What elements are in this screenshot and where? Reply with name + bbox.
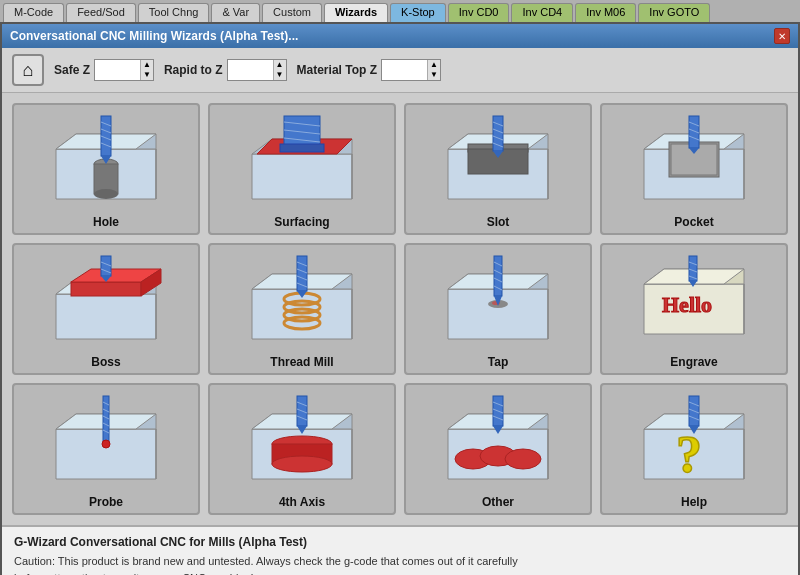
close-button[interactable]: ✕ — [774, 28, 790, 44]
tab-toolchng[interactable]: Tool Chng — [138, 3, 210, 22]
rapid-to-z-arrows: ▲ ▼ — [273, 60, 286, 80]
tile-other-image — [410, 391, 586, 491]
tile-boss[interactable]: Boss — [12, 243, 200, 375]
rapid-to-z-down[interactable]: ▼ — [274, 70, 286, 80]
tile-4th-axis[interactable]: 4th Axis — [208, 383, 396, 515]
tile-slot[interactable]: Slot — [404, 103, 592, 235]
bottom-caution: Caution: This product is brand new and u… — [14, 553, 786, 575]
svg-text:?: ? — [676, 426, 702, 483]
tile-tap-image — [410, 251, 586, 351]
tile-engrave[interactable]: Hello Engrave — [600, 243, 788, 375]
bottom-title: G-Wizard Conversational CNC for Mills (A… — [14, 535, 786, 549]
safe-z-arrows: ▲ ▼ — [140, 60, 153, 80]
tile-help-image: ? — [606, 391, 782, 491]
svg-marker-12 — [252, 154, 352, 199]
tile-pocket-label: Pocket — [674, 215, 713, 229]
toolbar: ⌂ Safe Z 1 ▲ ▼ Rapid to Z 0.2 ▲ — [2, 48, 798, 93]
safe-z-field[interactable]: 1 — [95, 60, 140, 80]
tile-pocket[interactable]: Pocket — [600, 103, 788, 235]
tap-svg — [438, 254, 558, 349]
svg-rect-58 — [297, 256, 307, 291]
tab-wizards[interactable]: Wizards — [324, 3, 388, 22]
tab-var[interactable]: & Var — [211, 3, 260, 22]
svg-rect-69 — [494, 256, 502, 296]
svg-rect-44 — [71, 282, 141, 296]
tab-kstop[interactable]: K-Stop — [390, 3, 446, 22]
bottom-area: G-Wizard Conversational CNC for Mills (A… — [2, 525, 798, 575]
safe-z-group: Safe Z 1 ▲ ▼ — [54, 59, 154, 81]
tile-tap-label: Tap — [488, 355, 508, 369]
svg-point-99 — [272, 456, 332, 472]
material-top-z-label: Material Top Z — [297, 63, 377, 77]
caution-text: Caution: This product is brand new and u… — [14, 555, 518, 575]
tile-slot-label: Slot — [487, 215, 510, 229]
material-top-z-down[interactable]: ▼ — [428, 70, 440, 80]
dialog-window: Conversational CNC Milling Wizards (Alph… — [0, 22, 800, 575]
wizard-grid: Hole — [2, 93, 798, 525]
material-top-z-arrows: ▲ ▼ — [427, 60, 440, 80]
material-top-z-field[interactable]: 0 — [382, 60, 427, 80]
svg-rect-16 — [280, 144, 324, 152]
tile-probe-image — [18, 391, 194, 491]
tab-custom[interactable]: Custom — [262, 3, 322, 22]
tile-other[interactable]: Other — [404, 383, 592, 515]
safe-z-up[interactable]: ▲ — [141, 60, 153, 70]
tile-surfacing-label: Surfacing — [274, 215, 329, 229]
tile-thread-mill-image — [214, 251, 390, 351]
dialog-titlebar: Conversational CNC Milling Wizards (Alph… — [2, 24, 798, 48]
rapid-to-z-group: Rapid to Z 0.2 ▲ ▼ — [164, 59, 287, 81]
svg-point-110 — [505, 449, 541, 469]
tile-help[interactable]: ? Help — [600, 383, 788, 515]
tab-invgoto[interactable]: Inv GOTO — [638, 3, 710, 22]
tile-hole[interactable]: Hole — [12, 103, 200, 235]
material-top-z-up[interactable]: ▲ — [428, 60, 440, 70]
svg-rect-6 — [101, 116, 111, 156]
content-wrapper: ⌂ Safe Z 1 ▲ ▼ Rapid to Z 0.2 ▲ — [2, 48, 798, 558]
tab-bar: M-Code Feed/Sod Tool Chng & Var Custom W… — [0, 0, 800, 22]
home-icon: ⌂ — [23, 60, 34, 81]
svg-marker-41 — [56, 294, 156, 339]
tile-surfacing[interactable]: Surfacing — [208, 103, 396, 235]
tab-invcd0[interactable]: Inv CD0 — [448, 3, 510, 22]
material-top-z-group: Material Top Z 0 ▲ ▼ — [297, 59, 441, 81]
rapid-to-z-input[interactable]: 0.2 ▲ ▼ — [227, 59, 287, 81]
svg-point-5 — [94, 189, 118, 199]
surfacing-svg — [242, 114, 362, 209]
tile-probe[interactable]: Probe — [12, 383, 200, 515]
safe-z-down[interactable]: ▼ — [141, 70, 153, 80]
tile-hole-image — [18, 111, 194, 211]
rapid-to-z-field[interactable]: 0.2 — [228, 60, 273, 80]
safe-z-input[interactable]: 1 ▲ ▼ — [94, 59, 154, 81]
svg-rect-47 — [101, 256, 111, 276]
rapid-to-z-up[interactable]: ▲ — [274, 60, 286, 70]
tile-boss-label: Boss — [91, 355, 120, 369]
tile-pocket-image — [606, 111, 782, 211]
svg-text:Hello: Hello — [662, 292, 712, 317]
tile-hole-label: Hole — [93, 215, 119, 229]
pocket-svg — [634, 114, 754, 209]
tile-boss-image — [18, 251, 194, 351]
tile-help-label: Help — [681, 495, 707, 509]
probe-svg — [46, 394, 166, 489]
slot-svg — [438, 114, 558, 209]
rapid-to-z-label: Rapid to Z — [164, 63, 223, 77]
tab-invcd4[interactable]: Inv CD4 — [511, 3, 573, 22]
tile-4th-axis-label: 4th Axis — [279, 495, 325, 509]
material-top-z-input[interactable]: 0 ▲ ▼ — [381, 59, 441, 81]
home-button[interactable]: ⌂ — [12, 54, 44, 86]
other-svg — [438, 394, 558, 489]
tile-thread-mill[interactable]: Thread Mill — [208, 243, 396, 375]
tile-probe-label: Probe — [89, 495, 123, 509]
tab-feedsod[interactable]: Feed/Sod — [66, 3, 136, 22]
4th-axis-svg — [242, 394, 362, 489]
tab-invm06[interactable]: Inv M06 — [575, 3, 636, 22]
tile-surfacing-image — [214, 111, 390, 211]
help-svg: ? — [634, 394, 754, 489]
thread-mill-svg — [242, 254, 362, 349]
tile-4th-axis-image — [214, 391, 390, 491]
tile-tap[interactable]: Tap — [404, 243, 592, 375]
tab-mcode[interactable]: M-Code — [3, 3, 64, 22]
tile-slot-image — [410, 111, 586, 211]
engrave-svg: Hello — [634, 254, 754, 349]
hole-svg — [46, 114, 166, 209]
